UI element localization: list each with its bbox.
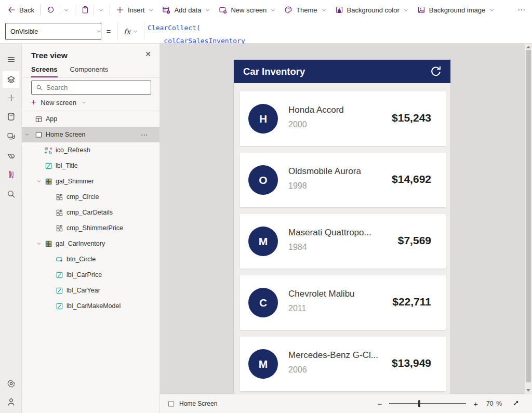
rail-item[interactable] — [3, 71, 19, 88]
button-icon — [55, 255, 63, 263]
tab-components[interactable]: Components — [70, 65, 109, 77]
rail-item[interactable] — [3, 51, 19, 68]
car-card[interactable]: H Honda Accord 2000 $15,243 — [240, 91, 446, 146]
zoom-out-button[interactable]: − — [377, 399, 382, 408]
tree-item-label: Home Screen — [46, 131, 85, 138]
property-dropdown[interactable] — [5, 23, 101, 40]
canvas-scrollbar[interactable] — [525, 44, 532, 394]
background-image-button[interactable]: Background image — [417, 6, 495, 14]
add-data-label: Add data — [174, 6, 201, 14]
rail-item[interactable] — [3, 166, 19, 183]
rail-item[interactable] — [3, 128, 19, 144]
search-input[interactable] — [46, 84, 147, 91]
tree-item-gal-carinventory[interactable]: gal_CarInventory — [22, 236, 159, 251]
slider-handle[interactable] — [418, 400, 420, 407]
tree-item-lbl-carmakemodel[interactable]: lbl_CarMakeModel — [22, 298, 159, 314]
car-card[interactable]: M Maserati Quattropo... 1984 $7,569 — [240, 214, 446, 269]
fx-dropdown[interactable]: fx — [117, 22, 144, 41]
chevron-down-icon — [489, 7, 495, 13]
car-make-model: Maserati Quattropo... — [288, 228, 371, 238]
car-year: 2000 — [288, 120, 307, 129]
tree-item-lbl-caryear[interactable]: lbl_CarYear — [22, 283, 159, 298]
powerapps-studio: Back Insert Add data New — [0, 0, 532, 413]
background-color-button[interactable]: Background color — [335, 6, 409, 14]
paste-menu-button[interactable] — [98, 7, 104, 13]
chevron-down-icon — [270, 7, 276, 13]
background-color-icon — [335, 6, 343, 14]
virtual-agent-icon — [7, 397, 16, 406]
paste-button[interactable] — [81, 6, 89, 14]
zoom-in-button[interactable]: + — [473, 399, 478, 408]
tree-item-lbl-carprice[interactable]: lbl_CarPrice — [22, 267, 159, 283]
rail-item[interactable] — [3, 375, 19, 392]
rail-item[interactable] — [3, 148, 19, 164]
new-screen-button[interactable]: New screen — [219, 6, 276, 14]
car-initial-badge[interactable]: O — [248, 165, 278, 195]
tree-item-cmp-circle[interactable]: cmp_Circle — [22, 189, 159, 205]
chevron-down-icon — [205, 7, 210, 13]
tree-item-label: cmp_Circle — [66, 193, 99, 201]
plus-icon — [116, 6, 124, 14]
app-icon — [34, 115, 43, 123]
car-card[interactable]: C Chevrolet Malibu 2011 $22,711 — [240, 275, 446, 330]
close-icon[interactable]: ✕ — [145, 50, 151, 58]
gallery-icon — [44, 239, 52, 248]
rail-item[interactable] — [3, 185, 19, 202]
tree-item-home-screen[interactable]: Home Screen ⋯ — [22, 127, 159, 142]
car-initial-badge[interactable]: C — [248, 288, 278, 317]
tree-item-cmp-cardetails[interactable]: cmp_CarDetails — [22, 205, 159, 220]
car-year: 2011 — [288, 304, 306, 313]
back-arrow-icon — [7, 6, 16, 14]
design-canvas[interactable]: Car Inventory H Honda Accord 2000 $15,24… — [160, 44, 532, 394]
add-data-button[interactable]: Add data — [162, 6, 210, 14]
theme-button[interactable]: Theme — [284, 6, 326, 14]
theme-label: Theme — [296, 6, 317, 14]
formula-editor[interactable]: ClearCollect( colCarSalesInventory — [148, 20, 532, 44]
chevron-down-icon[interactable] — [24, 132, 30, 137]
toolbar-overflow-button[interactable]: ⋯ — [517, 0, 526, 20]
current-screen-indicator[interactable]: Home Screen — [167, 400, 217, 408]
scrollbar-thumb[interactable] — [526, 50, 531, 382]
ellipsis-icon[interactable]: ⋯ — [141, 131, 148, 139]
app-screen-preview[interactable]: Car Inventory H Honda Accord 2000 $15,24… — [234, 60, 450, 394]
rail-item[interactable] — [3, 89, 19, 106]
car-initial-badge[interactable]: M — [248, 349, 278, 379]
chevron-down-icon[interactable] — [36, 179, 42, 184]
tree-search[interactable] — [31, 81, 151, 95]
tree-item-label: btn_Circle — [66, 256, 96, 263]
toolbar-divider — [40, 5, 41, 15]
tree-item-ico-refresh[interactable]: ⊘♥+↻ ico_Refresh — [22, 142, 159, 158]
zoom-slider[interactable] — [389, 400, 466, 407]
zoom-level: 70 % — [486, 400, 502, 407]
scroll-up-icon[interactable] — [526, 46, 530, 48]
back-button[interactable]: Back — [7, 6, 34, 14]
car-price: $22,711 — [392, 296, 431, 308]
insert-button[interactable]: Insert — [116, 6, 154, 14]
fit-to-window-icon[interactable] — [512, 399, 520, 408]
rail-item[interactable] — [3, 108, 19, 125]
property-input[interactable] — [6, 28, 96, 35]
tree-item-lbl-title[interactable]: lbl_Title — [22, 158, 159, 174]
tree-item-cmp-shimmerprice[interactable]: cmp_ShimmerPrice — [22, 220, 159, 236]
car-card[interactable]: O Oldsmobile Aurora 1998 $14,692 — [240, 153, 446, 207]
panel-tabs: Screens Components — [31, 65, 108, 77]
tree-item-app[interactable]: App — [22, 111, 159, 127]
car-initial-badge[interactable]: H — [248, 104, 278, 134]
rail-item[interactable] — [3, 393, 19, 410]
tree-item-label: lbl_CarYear — [66, 287, 100, 294]
new-screen-tree-button[interactable]: + New screen — [31, 98, 87, 107]
car-price: $13,949 — [392, 357, 431, 369]
tab-screens[interactable]: Screens — [31, 65, 58, 77]
undo-menu-button[interactable] — [63, 7, 69, 13]
car-card[interactable]: M Mercedes-Benz G-Cl... 2006 $13,949 — [240, 337, 446, 391]
formula-line-1: ClearCollect( — [148, 24, 201, 32]
chevron-down-icon[interactable] — [36, 241, 42, 246]
refresh-icon[interactable] — [428, 64, 443, 79]
tree-item-gal-shimmer[interactable]: gal_Shimmer — [22, 174, 159, 189]
car-initial-badge[interactable]: M — [248, 227, 278, 256]
undo-button[interactable] — [46, 6, 55, 14]
tree-item-btn-circle[interactable]: btn_Circle — [22, 251, 159, 267]
car-price: $7,569 — [398, 234, 431, 247]
scroll-down-icon[interactable] — [526, 389, 530, 392]
component-icon — [55, 224, 63, 232]
